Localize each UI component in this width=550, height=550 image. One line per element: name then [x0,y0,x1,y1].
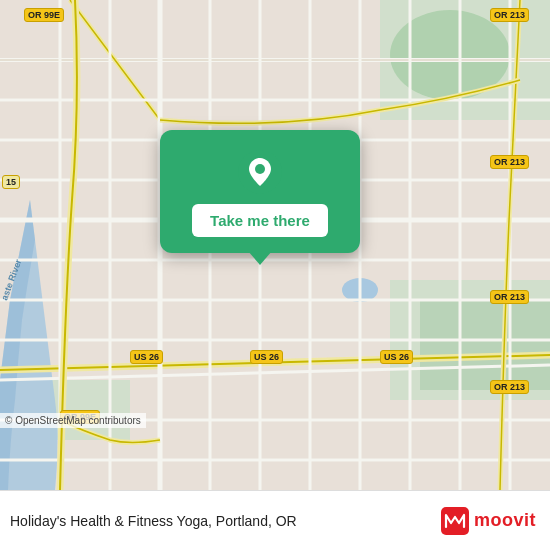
route-badge-or213-right2: OR 213 [490,290,529,304]
moovit-logo: moovit [441,507,536,535]
svg-point-34 [255,164,265,174]
take-me-there-button[interactable]: Take me there [192,204,328,237]
map-container: OR 99E OR 213 OR 213 OR 213 OR 213 15 US… [0,0,550,490]
route-badge-us26-2: US 26 [250,350,283,364]
map-attribution: © OpenStreetMap contributors [0,413,146,428]
location-pin-icon [238,150,282,194]
route-badge-us26-3: US 26 [380,350,413,364]
popup-card: Take me there [160,130,360,253]
moovit-text: moovit [474,510,536,531]
route-badge-or213-right3: OR 213 [490,380,529,394]
moovit-icon-svg [441,507,469,535]
route-badge-or213-right1: OR 213 [490,155,529,169]
location-name: Holiday's Health & Fitness Yoga, Portlan… [10,513,297,529]
route-badge-or213-top: OR 213 [490,8,529,22]
route-badge-us26-1: US 26 [130,350,163,364]
route-badge-or99e-top: OR 99E [24,8,64,22]
svg-rect-5 [420,300,550,390]
bottom-bar: Holiday's Health & Fitness Yoga, Portlan… [0,490,550,550]
route-badge-i15: 15 [2,175,20,189]
